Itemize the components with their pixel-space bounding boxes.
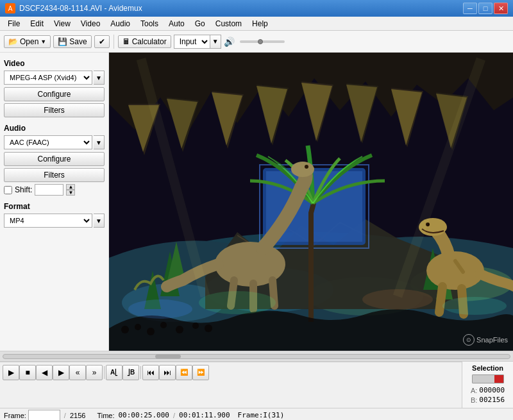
menu-tools[interactable]: Tools [135,18,164,29]
menu-help[interactable]: Help [247,18,273,29]
input-dropdown-arrow[interactable]: ▼ [210,35,221,49]
transport-status-area: ▶ ■ ◀ ▶ « » A⎣ ⎦B ⏮ ⏭ ⏪ ⏩ Selection A: 0… [0,361,513,408]
menu-go[interactable]: Go [190,18,210,29]
audio-codec-select[interactable]: AAC (FAAC) [4,135,92,149]
mark-b-button[interactable]: ⎦B [122,365,139,380]
menu-auto[interactable]: Auto [164,18,190,29]
scroll-thumb[interactable] [155,355,181,358]
video-frame: ⊙ SnapFiles [109,53,513,351]
svg-point-27 [147,328,155,335]
toolbar: 📂 Open ▼ 💾 Save ✔ 🖩 Calculator Input ▼ 🔊 [0,31,513,53]
format-row: MP4 ▼ [4,214,105,228]
audio-codec-arrow[interactable]: ▼ [94,135,105,149]
format-section-label: Format [4,202,105,211]
svg-point-28 [160,322,167,328]
video-filters-button[interactable]: Filters [4,103,105,117]
scroll-area[interactable] [0,351,513,361]
save-button[interactable]: 💾 Save [53,35,91,48]
audio-section-label: Audio [4,124,105,133]
left-panel: Video MPEG-4 ASP (Xvid4) ▼ Configure Fil… [0,53,109,351]
menu-view[interactable]: View [49,18,76,29]
title-bar: A DSCF2434-08-1114.AVI - Avidemux ─ □ ✕ [0,0,513,17]
shift-checkbox[interactable] [4,186,12,194]
calculator-button[interactable]: 🖩 Calculator [118,35,171,48]
shift-input[interactable]: 0 [35,184,63,196]
close-button[interactable]: ✕ [494,3,508,14]
frame-input[interactable]: 750 [28,410,60,420]
svg-point-34 [362,289,433,310]
status-bar: Frame: 750 / 2156 Time: 00:00:25.000 / 0… [0,408,513,420]
video-codec-arrow[interactable]: ▼ [94,71,105,85]
shift-label: Shift: [15,185,32,194]
time-value: 00:00:25.000 [118,411,169,419]
svg-point-33 [199,291,276,314]
format-select[interactable]: MP4 [4,214,92,228]
svg-point-30 [192,323,199,329]
prev-keyframe-button[interactable]: ⏪ [176,365,192,380]
selection-panel: Selection A: 000000 B: 002156 [462,362,513,408]
goto-end-button[interactable]: ⏭ [159,365,176,380]
mark-a-button[interactable]: A⎣ [106,365,122,380]
fastforward-button[interactable]: » [86,365,103,380]
selection-indicator [472,374,504,383]
play-button[interactable]: ▶ [3,365,19,380]
menu-audio[interactable]: Audio [105,18,135,29]
svg-point-22 [426,251,484,290]
svg-point-31 [205,324,212,332]
audio-configure-button[interactable]: Configure [4,152,105,166]
volume-icon: 🔊 [224,37,235,47]
maximize-button[interactable]: □ [478,3,492,14]
open-button[interactable]: 📂 Open ▼ [4,35,51,48]
audio-codec-row: AAC (FAAC) ▼ [4,135,105,149]
frame-label: Frame: [4,412,26,419]
check-button[interactable]: ✔ [94,35,110,48]
transport-bar: ▶ ■ ◀ ▶ « » A⎣ ⎦B ⏮ ⏭ ⏪ ⏩ [0,362,462,382]
video-codec-select[interactable]: MPEG-4 ASP (Xvid4) [4,71,92,85]
video-codec-row: MPEG-4 ASP (Xvid4) ▼ [4,71,105,85]
watermark-text: SnapFiles [476,336,508,344]
menu-edit[interactable]: Edit [25,18,49,29]
save-icon: 💾 [58,37,67,46]
next-frame-button[interactable]: ▶ [53,365,69,380]
svg-point-21 [305,165,308,169]
main-content: Video MPEG-4 ASP (Xvid4) ▼ Configure Fil… [0,53,513,351]
toolbar-divider [114,35,114,49]
watermark-logo: ⊙ [463,334,475,346]
frame-status-item: Frame: 750 [4,410,60,420]
transport-controls: ▶ ■ ◀ ▶ « » A⎣ ⎦B ⏮ ⏭ ⏪ ⏩ [3,365,459,380]
input-select-group: Input ▼ [174,35,221,49]
video-section-label: Video [4,59,105,68]
format-arrow[interactable]: ▼ [94,214,105,228]
prev-frame-button[interactable]: ◀ [36,365,53,380]
svg-point-25 [121,326,129,333]
rewind-button[interactable]: « [69,365,86,380]
status-sep-1: / [64,412,66,419]
open-dropdown-arrow[interactable]: ▼ [40,38,46,45]
minimize-button[interactable]: ─ [463,3,477,14]
svg-point-20 [291,162,314,177]
selection-b-row: B: 002156 [471,396,505,404]
svg-point-35 [442,297,507,315]
video-scene-svg [109,53,513,351]
shift-row: Shift: 0 ▲ ▼ [4,184,105,196]
input-select[interactable]: Input [174,35,210,49]
shift-down-button[interactable]: ▼ [66,190,75,196]
window-title: DSCF2434-08-1114.AVI - Avidemux [19,4,142,13]
scroll-track[interactable] [3,354,510,359]
selection-a-row: A: 000000 [471,386,505,394]
menu-custom[interactable]: Custom [210,18,247,29]
transport-divider-1 [104,366,105,379]
volume-slider[interactable] [240,40,285,43]
check-icon: ✔ [99,37,105,46]
shift-up-button[interactable]: ▲ [66,184,75,190]
selection-b-value: 002156 [479,396,505,404]
next-keyframe-button[interactable]: ⏩ [192,365,209,380]
open-icon: 📂 [8,37,18,46]
menu-file[interactable]: File [3,18,25,29]
menu-video[interactable]: Video [76,18,105,29]
stop-button[interactable]: ■ [19,365,36,380]
audio-filters-button[interactable]: Filters [4,168,105,182]
frame-info: Frame:I(31) [238,411,285,419]
goto-start-button[interactable]: ⏮ [142,365,159,380]
video-configure-button[interactable]: Configure [4,87,105,101]
